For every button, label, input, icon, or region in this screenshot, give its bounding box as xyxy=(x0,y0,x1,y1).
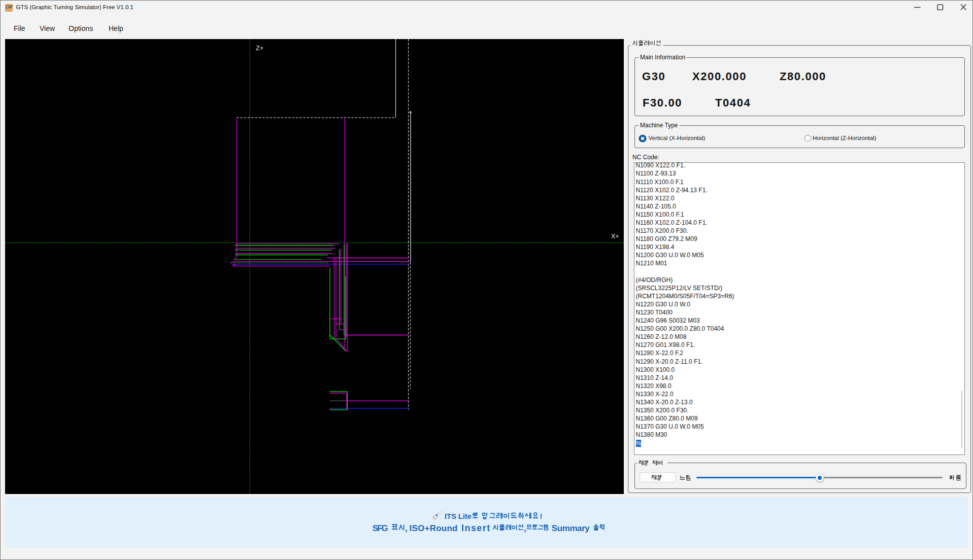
svg-text:X+: X+ xyxy=(611,233,619,240)
svg-text:Z+: Z+ xyxy=(256,45,263,52)
svg-text:Insert: Insert xyxy=(461,523,490,533)
svg-text:Summary: Summary xyxy=(552,523,590,533)
svg-text:!: ! xyxy=(540,512,543,520)
svg-text:ISO+Round: ISO+Round xyxy=(409,523,457,533)
svg-text:,: , xyxy=(524,523,526,533)
svg-text:GTS: GTS xyxy=(6,8,12,11)
svg-text:SFG: SFG xyxy=(373,523,388,533)
svg-text:,: , xyxy=(405,523,408,533)
svg-text:ITS Lite: ITS Lite xyxy=(445,512,472,520)
